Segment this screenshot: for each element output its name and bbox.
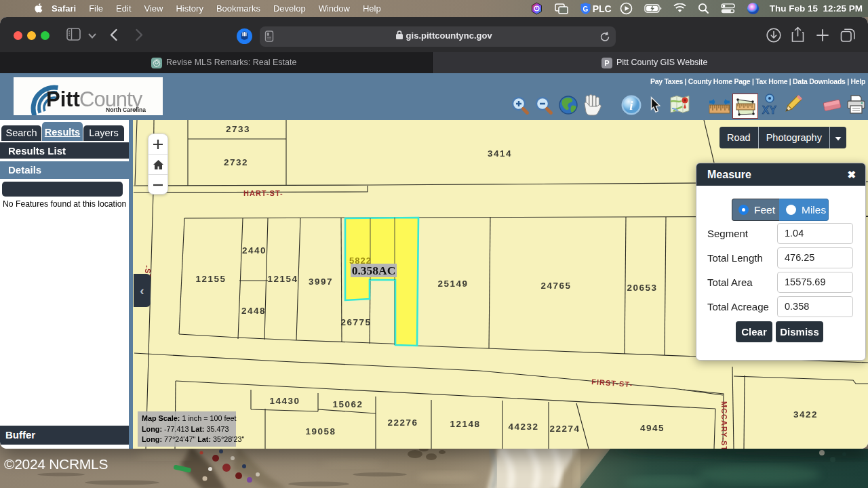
svg-text:22276: 22276 [387,418,418,428]
svg-text:22274: 22274 [549,424,580,434]
svg-text:12155: 12155 [195,274,226,284]
svg-text:2440: 2440 [242,245,267,256]
svg-text:North Carolina: North Carolina [106,106,146,113]
svg-text:HART-ST-: HART-ST- [243,189,283,197]
svg-text:Pitt: Pitt [46,87,80,111]
svg-text:i: i [629,98,633,113]
svg-text:FIRST-ST-: FIRST-ST- [591,378,633,388]
svg-text:20653: 20653 [627,283,657,293]
svg-text:24765: 24765 [540,281,571,291]
svg-text:0.358AC: 0.358AC [352,264,396,277]
svg-text:2448: 2448 [241,306,266,316]
svg-text:12148: 12148 [450,419,480,429]
svg-text:15062: 15062 [332,399,363,409]
svg-text:44232: 44232 [508,422,538,432]
svg-text:26775: 26775 [340,317,371,327]
svg-text:12154: 12154 [267,274,298,284]
svg-text:2732: 2732 [224,157,248,167]
svg-text:25149: 25149 [437,279,468,289]
svg-text:14430: 14430 [269,396,300,406]
svg-text:3422: 3422 [793,409,818,420]
svg-text:3997: 3997 [309,277,333,287]
svg-text:XY: XY [762,104,777,116]
svg-text:G: G [583,5,588,13]
svg-text:4945: 4945 [640,423,665,433]
svg-text:MCCARY-ST-: MCCARY-ST- [720,401,728,449]
svg-text:19058: 19058 [305,426,336,436]
svg-text:3414: 3414 [488,148,512,159]
svg-text:2733: 2733 [226,124,250,134]
